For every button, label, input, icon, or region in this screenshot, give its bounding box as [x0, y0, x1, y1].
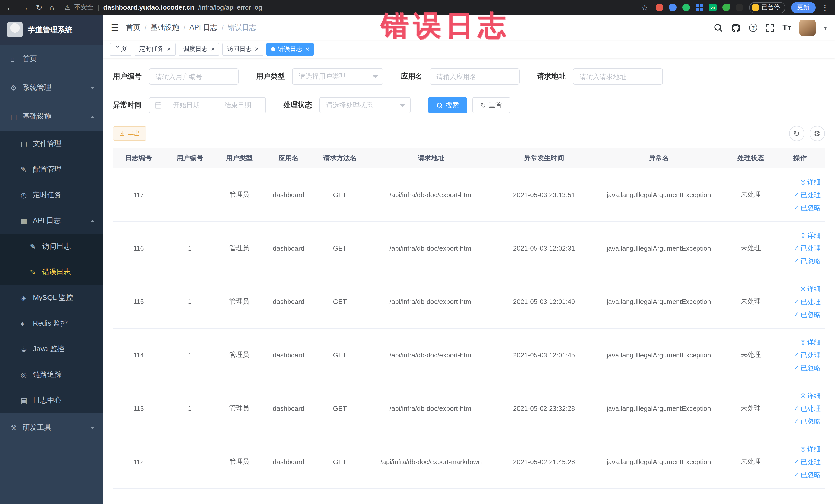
sidebar-item[interactable]: ▣ 日志中心 — [0, 388, 103, 414]
user-id-cell: 1 — [164, 221, 216, 275]
java-icon: ☕ — [21, 345, 33, 353]
refresh-table-button[interactable]: ↻ — [789, 126, 804, 141]
column-settings-button[interactable]: ⚙ — [809, 126, 825, 141]
sidebar-item[interactable]: ♦ Redis 监控 — [0, 311, 103, 336]
mysql-icon: ◈ — [21, 294, 33, 302]
sidebar-item[interactable]: ◎ 链路追踪 — [0, 362, 103, 388]
user-avatar[interactable] — [799, 20, 816, 36]
search-icon — [436, 102, 443, 108]
mark-processed-link[interactable]: ✓已处理 — [778, 348, 821, 361]
sidebar-item[interactable]: ⌂ 首页 — [0, 45, 103, 74]
github-icon[interactable] — [731, 23, 741, 33]
exception-time-range-picker[interactable]: 开始日期 - 结束日期 — [149, 97, 266, 114]
extension-icon[interactable] — [655, 4, 663, 11]
exception-name-cell: java.lang.IllegalArgumentException — [592, 382, 726, 435]
check-icon: ✓ — [794, 242, 799, 255]
forward-icon[interactable]: → — [21, 3, 29, 12]
fullscreen-icon[interactable] — [766, 23, 774, 32]
mark-ignored-link[interactable]: ✓已忽略 — [778, 468, 821, 481]
bookmark-star-icon[interactable]: ☆ — [641, 3, 648, 12]
insecure-label: 不安全 — [74, 3, 94, 12]
sidebar-toggle-icon[interactable]: ☰ — [111, 22, 119, 33]
tab[interactable]: 定时任务 × — [135, 42, 175, 56]
tab[interactable]: 错误日志 × — [266, 42, 314, 56]
tab[interactable]: 首页 × — [110, 42, 131, 56]
sidebar-item[interactable]: ▦ API 日志 — [0, 208, 103, 234]
home-icon[interactable]: ⌂ — [49, 3, 54, 12]
paused-label: 已暂停 — [761, 3, 780, 12]
breadcrumb-item[interactable]: 首页 / — [126, 23, 147, 32]
help-icon[interactable]: ? — [749, 24, 757, 32]
reload-icon[interactable]: ↻ — [36, 3, 42, 12]
mark-ignored-link[interactable]: ✓已忽略 — [778, 308, 821, 321]
breadcrumb-item[interactable]: 错误日志 / — [228, 23, 257, 32]
reset-button[interactable]: ↻ 重置 — [472, 97, 510, 114]
request-url-input[interactable] — [573, 68, 663, 85]
extension-icon[interactable] — [682, 4, 690, 11]
close-icon[interactable]: × — [211, 46, 215, 53]
close-icon[interactable]: × — [167, 46, 171, 53]
mark-processed-link[interactable]: ✓已处理 — [778, 188, 821, 201]
sidebar-item[interactable]: ✎ 错误日志 — [0, 259, 103, 285]
main-area: ☰ 首页 / 基础设施 / — [103, 15, 835, 504]
sidebar-item[interactable]: ☕ Java 监控 — [0, 336, 103, 362]
sidebar-item[interactable]: ▢ 文件管理 — [0, 131, 103, 157]
detail-link[interactable]: ◎详细 — [778, 336, 821, 348]
browser-update-button[interactable]: 更新 — [791, 2, 815, 13]
mark-ignored-link[interactable]: ✓已忽略 — [778, 201, 821, 214]
sidebar-item[interactable]: ◴ 定时任务 — [0, 182, 103, 208]
mark-processed-link[interactable]: ✓已处理 — [778, 402, 821, 415]
column-header: 用户编号 — [164, 148, 216, 168]
extension-icon[interactable] — [695, 4, 703, 11]
sidebar-item[interactable]: ▤ 基础设施 — [0, 102, 103, 131]
sidebar-item[interactable]: ✎ 访问日志 — [0, 234, 103, 259]
detail-link[interactable]: ◎详细 — [778, 175, 821, 188]
close-icon[interactable]: × — [254, 46, 259, 53]
process-status-select[interactable]: 请选择处理状态 — [319, 97, 411, 114]
address-bar[interactable]: ⚠ 不安全 | dashboard.yudao.iocoder.cn/infra… — [64, 3, 634, 12]
detail-link[interactable]: ◎详细 — [778, 229, 821, 242]
extension-icon[interactable] — [722, 4, 730, 11]
extension-icon[interactable] — [669, 4, 676, 11]
status-cell: 未处理 — [726, 435, 775, 488]
sidebar-item[interactable]: ⚒ 研发工具 — [0, 414, 103, 442]
log-id-cell: 112 — [113, 435, 164, 488]
detail-link[interactable]: ◎详细 — [778, 442, 821, 455]
search-icon[interactable] — [714, 23, 723, 32]
mark-processed-link[interactable]: ✓已处理 — [778, 295, 821, 308]
user-id-input[interactable] — [149, 68, 239, 85]
export-button[interactable]: 导出 — [113, 126, 146, 141]
mark-ignored-link[interactable]: ✓已忽略 — [778, 415, 821, 427]
close-icon[interactable]: × — [305, 46, 309, 53]
gear-icon: ⚙ — [814, 129, 820, 138]
user-id-cell: 1 — [164, 382, 216, 435]
mark-processed-link[interactable]: ✓已处理 — [778, 242, 821, 255]
config-icon: ✎ — [21, 165, 33, 174]
user-type-select[interactable]: 请选择用户类型 — [292, 68, 384, 85]
detail-link[interactable]: ◎详细 — [778, 282, 821, 295]
mark-ignored-link[interactable]: ✓已忽略 — [778, 361, 821, 374]
tab[interactable]: 访问日志 × — [222, 42, 263, 56]
font-size-icon[interactable]: TT — [782, 23, 791, 32]
extension-icon[interactable]: on — [709, 4, 716, 11]
search-button[interactable]: 搜索 — [428, 97, 467, 114]
sidebar-item[interactable]: ◈ MySQL 监控 — [0, 285, 103, 311]
back-icon[interactable]: ← — [6, 3, 14, 12]
avatar-caret-icon[interactable]: ▾ — [824, 24, 827, 31]
app-logo[interactable]: 芋道管理系统 — [0, 15, 103, 45]
page-header: ☰ 首页 / 基础设施 / — [103, 15, 835, 41]
breadcrumb-item[interactable]: API 日志 / — [189, 23, 224, 32]
browser-menu-icon[interactable]: ⋮ — [821, 3, 829, 12]
exception-time-cell: 2021-05-03 23:13:51 — [496, 168, 591, 221]
tab[interactable]: 调度日志 × — [178, 42, 219, 56]
paused-extension-chip[interactable]: 已暂停 — [749, 2, 785, 13]
mark-ignored-link[interactable]: ✓已忽略 — [778, 255, 821, 267]
sidebar-item[interactable]: ✎ 配置管理 — [0, 157, 103, 182]
detail-link[interactable]: ◎详细 — [778, 389, 821, 402]
check-icon: ✓ — [794, 348, 799, 361]
mark-processed-link[interactable]: ✓已处理 — [778, 455, 821, 468]
extension-icon[interactable] — [735, 4, 743, 11]
app-name-input[interactable] — [430, 68, 520, 85]
breadcrumb-item[interactable]: 基础设施 / — [150, 23, 185, 32]
sidebar-item[interactable]: ⚙ 系统管理 — [0, 74, 103, 102]
